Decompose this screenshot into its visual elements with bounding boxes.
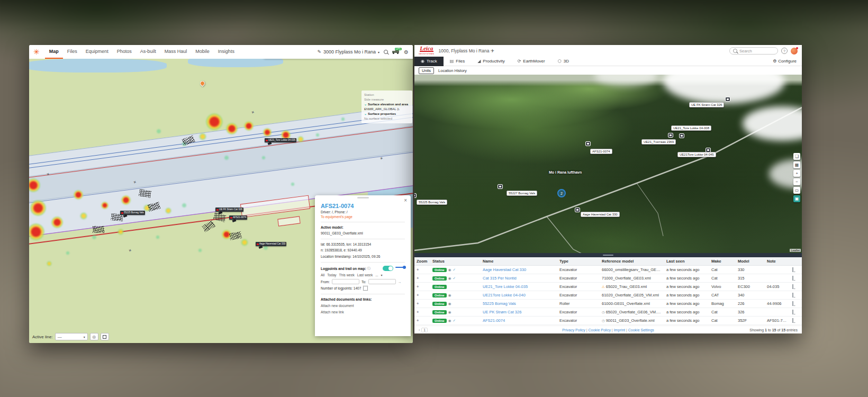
equipment-marker-label[interactable]: 55227 Bomag Vals — [507, 191, 537, 196]
search-input[interactable]: Search — [729, 47, 778, 55]
tab-location-history[interactable]: Location History — [438, 68, 467, 73]
attach-link-link[interactable]: Attach new link — [321, 310, 405, 314]
footer-link-cookie-settings[interactable]: Cookie Settings — [628, 328, 654, 332]
tab-productivity[interactable]: ◢Productivity — [471, 57, 511, 66]
map-attribution[interactable]: Leaflet — [790, 249, 801, 252]
comment-icon[interactable] — [792, 301, 793, 306]
equipment-name-link[interactable]: UE21Tore Lokke 04-040 — [483, 293, 526, 297]
comment-icon[interactable] — [792, 276, 793, 281]
excavator-marker-icon[interactable] — [679, 133, 684, 138]
basemap-control-button[interactable]: ▣ — [793, 195, 800, 202]
equipment-name-link[interactable]: Cat 315 Per Nontid — [483, 276, 517, 281]
page-number[interactable]: 1 — [421, 328, 428, 332]
filter-chip-last-week[interactable]: Last week — [357, 273, 373, 277]
legend-section[interactable]: ⌄Surface elevation and area — [364, 102, 410, 107]
nav-item-insights[interactable]: Insights — [214, 45, 239, 59]
zoom-to-icon[interactable]: ⌖ — [417, 318, 419, 323]
project-selector[interactable]: ✎ 3000 Flyplass Mo i Rana ▾ — [317, 49, 379, 55]
equipment-marker-label[interactable]: UE21_Tverraas 2369 — [641, 139, 676, 145]
page-prev-icon[interactable]: ‹ — [419, 328, 420, 332]
column-header-name[interactable]: Name — [481, 259, 557, 264]
chevron-down-icon[interactable]: ▾ — [381, 273, 383, 277]
eye-icon[interactable]: ◉ — [448, 302, 451, 306]
zoom-to-icon[interactable]: ⌖ — [417, 301, 419, 306]
comment-icon[interactable] — [792, 310, 793, 314]
to-date-input[interactable] — [368, 279, 396, 284]
equipment-marker-label[interactable]: 55225 Bomag Vals — [417, 200, 447, 205]
table-row[interactable]: ⌖Online◉✓Aage Haverstad Cat 330Excavator… — [414, 266, 802, 274]
equipment-name-link[interactable]: UE21_Tore Lokke 04-035 — [483, 284, 528, 289]
excavator-marker-icon[interactable] — [668, 133, 673, 138]
nav-item-mass-haul[interactable]: Mass Haul — [160, 45, 192, 59]
tab-track[interactable]: ◉Track — [414, 57, 444, 66]
column-header-make[interactable]: Make — [709, 259, 736, 264]
legend-section[interactable]: ⌄Surface properties — [364, 112, 410, 116]
search-icon[interactable] — [384, 50, 388, 54]
column-header-model[interactable]: Model — [736, 259, 765, 264]
info-icon[interactable]: ⓘ — [367, 266, 371, 271]
equipment-name-link[interactable]: 55225 Bomag Vals — [483, 301, 516, 306]
nav-item-as-built[interactable]: As-built — [136, 45, 160, 59]
close-icon[interactable]: × — [404, 197, 407, 203]
settings-gear-icon[interactable]: ⚙ — [404, 49, 409, 55]
footer-link-privacy-policy[interactable]: Privacy Policy — [562, 328, 585, 332]
eye-icon[interactable]: ◉ — [448, 293, 451, 297]
filter-chip-...[interactable]: ... — [375, 273, 378, 277]
excavator-marker-icon[interactable] — [585, 141, 591, 146]
equipment-name-link[interactable]: Aage Haverstad Cat 330 — [483, 267, 526, 272]
table-row[interactable]: ⌖Online◉✓Cat 315 Per NontidExcavator7100… — [414, 274, 802, 283]
active-line-select[interactable]: —▾ — [55, 333, 88, 340]
zoom-to-icon[interactable]: ⌖ — [417, 276, 419, 281]
comment-icon[interactable] — [792, 293, 793, 297]
equipment-marker-label[interactable]: AFS21-0074 — [590, 149, 612, 154]
table-resize-handle[interactable] — [414, 253, 802, 257]
table-row[interactable]: ⌖Online◉UE PK Strøm Cat 326Excavator◷650… — [414, 308, 802, 317]
grid-control-button[interactable]: ▦ — [793, 161, 800, 168]
filter-chip-all[interactable]: All — [321, 273, 324, 277]
layers-control-button[interactable]: ❏ — [793, 153, 800, 160]
column-header-note[interactable]: Note — [765, 259, 790, 264]
legend-value[interactable]: ENMR_ARK_GLOBAL (t. — [364, 107, 410, 112]
column-header-status[interactable]: Status — [430, 259, 481, 264]
from-date-input[interactable] — [332, 279, 359, 284]
equipment-map-label[interactable]: AFS21-0074 — [229, 215, 247, 220]
equipment-map-label[interactable]: Aage Haverstad Cat 330 — [256, 242, 286, 246]
measure-control-button[interactable]: ▭ — [793, 187, 800, 194]
logpoints-toggle[interactable] — [383, 266, 393, 271]
filter-chip-this-week[interactable]: This week — [339, 273, 355, 277]
expand-icon[interactable] — [101, 333, 109, 340]
location-pin-icon[interactable] — [199, 80, 206, 87]
user-avatar[interactable] — [791, 48, 798, 55]
eye-icon[interactable]: ◉ — [448, 268, 451, 272]
equipment-marker-label[interactable]: Aage Haverstad Cat 330 — [581, 212, 620, 217]
nav-item-files[interactable]: Files — [63, 45, 82, 59]
tab-3d[interactable]: ⬡3D — [551, 57, 575, 66]
table-row[interactable]: ⌖Online◉✓AFS21-0074Excavator◷90011_GE03_… — [414, 317, 802, 325]
eye-icon[interactable]: ◉ — [448, 310, 451, 314]
equipment-name-link[interactable]: UE PK Strøm Cat 326 — [483, 310, 521, 314]
locate-icon[interactable]: ◎ — [90, 333, 98, 340]
equipment-page-link[interactable]: To equipment's page — [321, 215, 405, 219]
excavator-marker-icon[interactable] — [498, 184, 503, 189]
equipment-marker-label[interactable]: UE21_Tore Lokke 04-008 — [671, 125, 711, 131]
tab-earthmover[interactable]: ⟳EarthMover — [511, 57, 551, 66]
panel-drag-handle[interactable] — [357, 197, 369, 198]
eye-icon[interactable]: ◉ — [448, 276, 451, 281]
equipment-map-label[interactable]: UE FK Strøm Cat 326 — [215, 207, 243, 212]
leica-logo[interactable]: Leica GEOSYSTEMS — [419, 46, 435, 56]
equipment-marker-label[interactable]: UE FK Strøm Cat 326 — [689, 102, 724, 107]
equipment-marker-label[interactable]: UE21Tore Lokke 04-045 — [677, 152, 716, 157]
column-header-type[interactable]: Type — [557, 259, 600, 264]
tab-units[interactable]: Units — [419, 67, 434, 74]
comment-icon[interactable] — [792, 284, 793, 289]
vehicles-icon[interactable]: GPS — [392, 50, 400, 54]
nav-item-mobile[interactable]: Mobile — [191, 45, 214, 59]
equipment-name-link[interactable]: AFS21-0074 — [483, 318, 505, 323]
configure-button[interactable]: ⚙Configure — [773, 59, 802, 64]
comment-icon[interactable] — [792, 318, 793, 323]
table-row[interactable]: ⌖Online◉UE21Tore Lokke 04-040Excavator61… — [414, 291, 802, 300]
column-header-reference-model[interactable]: Reference model — [600, 259, 664, 264]
table-row[interactable]: ⌖OnlineUE21_Tore Lokke 04-035Excavator⚠6… — [414, 283, 802, 291]
help-icon[interactable]: ? — [781, 48, 788, 54]
excavator-marker-icon[interactable] — [575, 207, 580, 212]
